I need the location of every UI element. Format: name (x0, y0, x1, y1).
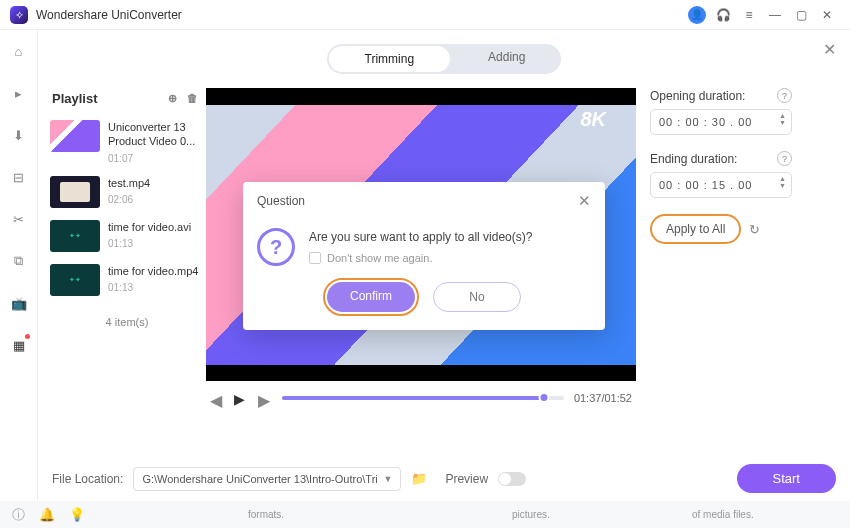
opening-input[interactable]: 00 : 00 : 30 . 00▲▼ (650, 109, 792, 135)
help-icon[interactable]: ? (777, 88, 792, 103)
download-icon[interactable]: ⬇ (8, 124, 30, 146)
dont-show-label: Don't show me again. (327, 252, 432, 264)
close-panel-icon[interactable]: ✕ (823, 40, 836, 59)
sidebar: ⌂ ▸ ⬇ ⊟ ✂ ⧉ 📺 ▦ (0, 30, 38, 508)
list-item[interactable]: Uniconverter 13 Product Video 0...01:07 (48, 114, 206, 170)
spinner-icon[interactable]: ▲▼ (779, 112, 787, 126)
resolution-badge: 8K (580, 108, 606, 131)
bell-icon[interactable]: 🔔 (39, 507, 55, 522)
item-duration: 01:13 (108, 282, 204, 293)
preview-label: Preview (445, 472, 488, 486)
help-icon[interactable]: ? (777, 151, 792, 166)
item-name: Uniconverter 13 Product Video 0... (108, 120, 204, 149)
item-duration: 02:06 (108, 194, 204, 205)
item-name: time for video.avi (108, 220, 204, 234)
refresh-icon[interactable]: ↻ (749, 222, 760, 237)
thumbnail: ✦✦ (50, 220, 100, 252)
thumbnail (50, 176, 100, 208)
location-label: File Location: (52, 472, 123, 486)
dialog-message: Are you sure want to apply to all video(… (309, 230, 532, 244)
item-count: 4 item(s) (48, 308, 206, 336)
close-window-icon[interactable]: ✕ (814, 2, 840, 28)
opening-label: Opening duration: (650, 89, 745, 103)
question-icon: ? (257, 228, 295, 266)
list-item[interactable]: ✦✦ time for video.mp401:13 (48, 258, 206, 302)
thumbnail (50, 120, 100, 152)
preview-toggle[interactable] (498, 472, 526, 486)
item-name: time for video.mp4 (108, 264, 204, 278)
add-icon[interactable]: ⊕ (162, 88, 182, 108)
play-icon[interactable]: ▶ (234, 391, 248, 405)
maximize-icon[interactable]: ▢ (788, 2, 814, 28)
video-icon[interactable]: ▸ (8, 82, 30, 104)
path-input[interactable]: G:\Wondershare UniConverter 13\Intro-Out… (133, 467, 401, 491)
status-text: pictures. (512, 509, 550, 520)
screen-icon[interactable]: 📺 (8, 292, 30, 314)
compress-icon[interactable]: ⊟ (8, 166, 30, 188)
status-text: formats. (248, 509, 284, 520)
playlist-panel: Playlist ⊕ 🗑 Uniconverter 13 Product Vid… (48, 88, 206, 415)
status-bar: ⓘ 🔔 💡 formats. pictures. of media files. (0, 501, 850, 528)
spinner-icon[interactable]: ▲▼ (779, 175, 787, 189)
dialog-close-icon[interactable]: ✕ (578, 192, 591, 210)
toolbox-icon[interactable]: ▦ (8, 334, 30, 356)
list-item[interactable]: ✦✦ time for video.avi01:13 (48, 214, 206, 258)
playlist-title: Playlist (52, 91, 98, 106)
app-logo: ⟡ (10, 6, 28, 24)
start-button[interactable]: Start (737, 464, 836, 493)
cut-icon[interactable]: ✂ (8, 208, 30, 230)
minimize-icon[interactable]: — (762, 2, 788, 28)
tab-adding[interactable]: Adding (452, 44, 561, 74)
home-icon[interactable]: ⌂ (8, 40, 30, 62)
no-button[interactable]: No (433, 282, 521, 312)
menu-icon[interactable]: ≡ (736, 2, 762, 28)
mode-tabs: Trimming Adding (327, 44, 562, 74)
footer-bar: File Location: G:\Wondershare UniConvert… (38, 456, 850, 501)
progress-bar[interactable] (282, 396, 564, 400)
tab-trimming[interactable]: Trimming (329, 46, 451, 72)
item-duration: 01:07 (108, 153, 204, 164)
folder-icon[interactable]: 📁 (411, 471, 427, 486)
tips-icon[interactable]: 💡 (69, 507, 85, 522)
headset-icon[interactable]: 🎧 (710, 2, 736, 28)
ending-label: Ending duration: (650, 152, 737, 166)
next-icon[interactable]: ▶ (258, 391, 272, 405)
merge-icon[interactable]: ⧉ (8, 250, 30, 272)
delete-icon[interactable]: 🗑 (182, 88, 202, 108)
confirm-dialog: Question✕ ? Are you sure want to apply t… (243, 182, 605, 330)
confirm-button[interactable]: Confirm (327, 282, 415, 312)
time-display: 01:37/01:52 (574, 392, 632, 404)
status-text: of media files. (692, 509, 754, 520)
dialog-title: Question (257, 194, 305, 208)
info-icon[interactable]: ⓘ (12, 506, 25, 524)
item-name: test.mp4 (108, 176, 204, 190)
titlebar: ⟡ Wondershare UniConverter 👤 🎧 ≡ — ▢ ✕ (0, 0, 850, 30)
prev-icon[interactable]: ◀ (210, 391, 224, 405)
chevron-down-icon[interactable]: ▼ (383, 474, 392, 484)
user-icon[interactable]: 👤 (684, 2, 710, 28)
item-duration: 01:13 (108, 238, 204, 249)
dont-show-checkbox[interactable] (309, 252, 321, 264)
settings-panel: Opening duration:? 00 : 00 : 30 . 00▲▼ E… (636, 88, 806, 415)
apply-to-all-button[interactable]: Apply to All (650, 214, 741, 244)
list-item[interactable]: test.mp402:06 (48, 170, 206, 214)
ending-input[interactable]: 00 : 00 : 15 . 00▲▼ (650, 172, 792, 198)
thumbnail: ✦✦ (50, 264, 100, 296)
app-title: Wondershare UniConverter (36, 8, 182, 22)
